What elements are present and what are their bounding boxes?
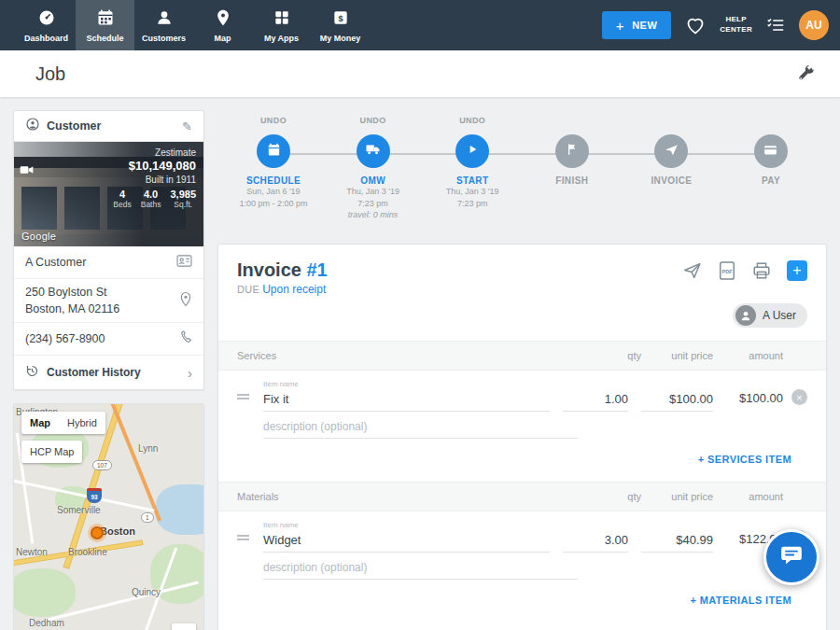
- finish-step-button[interactable]: [555, 134, 589, 168]
- camera-icon: [20, 162, 34, 179]
- invoice-number[interactable]: #1: [306, 259, 327, 280]
- edit-customer-icon[interactable]: ✎: [182, 119, 192, 133]
- qty-column-header: qty: [576, 491, 641, 502]
- service-unit-price-input[interactable]: [641, 390, 713, 412]
- start-step-button[interactable]: [455, 134, 489, 168]
- map-type-controls: Map Hybrid: [21, 412, 105, 434]
- flag-icon: [565, 142, 580, 161]
- service-item-row: Item name $100.00 ×: [218, 371, 826, 412]
- route-shield-1: 1: [141, 512, 154, 523]
- customer-address-row: 250 Boylston StBoston, MA 02116: [14, 279, 203, 323]
- contact-card-icon[interactable]: [176, 254, 192, 272]
- page-header: Job: [0, 50, 840, 97]
- new-button[interactable]: + NEW: [602, 11, 671, 39]
- map-button[interactable]: Map: [21, 412, 59, 434]
- help-line1: HELP: [725, 15, 747, 25]
- chat-button[interactable]: [763, 529, 819, 585]
- print-icon[interactable]: [751, 260, 772, 281]
- undo-omw-button[interactable]: UNDO: [360, 116, 386, 131]
- material-description-input[interactable]: [263, 559, 578, 580]
- drag-handle-icon[interactable]: [237, 533, 263, 553]
- nav-label: Schedule: [86, 34, 123, 43]
- nav-customers[interactable]: Customers: [134, 0, 193, 50]
- add-services-item-link[interactable]: + SERVICES ITEM: [218, 439, 826, 469]
- nav-my-money[interactable]: $ My Money: [311, 0, 370, 50]
- dashboard-icon: [37, 8, 56, 31]
- user-avatar[interactable]: AU: [799, 10, 829, 40]
- google-logo: Google: [21, 231, 56, 242]
- nav-map[interactable]: Map: [193, 0, 252, 50]
- paper-plane-icon: [664, 142, 679, 161]
- help-center-link[interactable]: HELP CENTER: [720, 15, 752, 35]
- zestimate-block: Zestimate $10,149,080 Built in 1911 4 Be…: [113, 147, 196, 209]
- amount-column-header: amount: [713, 350, 783, 361]
- phone-icon[interactable]: [178, 330, 192, 348]
- pay-step-button[interactable]: [754, 134, 788, 168]
- address-line2: Boston, MA 02116: [25, 302, 119, 315]
- add-invoice-button[interactable]: +: [787, 260, 807, 281]
- customer-card-title: Customer: [47, 119, 175, 133]
- customer-phone: (234) 567-8900: [25, 330, 178, 347]
- send-invoice-plane-icon[interactable]: [682, 260, 703, 281]
- pdf-icon[interactable]: PDF: [718, 260, 736, 281]
- services-header-row: Services qty unit price amount: [218, 341, 826, 371]
- assigned-user-name: A User: [763, 309, 796, 322]
- hybrid-button[interactable]: Hybrid: [59, 412, 105, 434]
- material-item-row: Item name $122.97 ×: [218, 511, 826, 553]
- send-invoice-icon[interactable]: [654, 134, 688, 168]
- unit-price-column-header: unit price: [641, 350, 713, 361]
- svg-text:PDF: PDF: [721, 268, 733, 273]
- map-canvas[interactable]: 93 107 1 Burlington Lynn Somerville Bost…: [14, 404, 203, 630]
- customer-phone-row: (234) 567-8900: [14, 323, 203, 356]
- stat-beds: 4 Beds: [113, 189, 131, 209]
- timeline-step-pay: PAY: [724, 116, 818, 221]
- material-qty-input[interactable]: [563, 531, 628, 553]
- material-unit-price-input[interactable]: [641, 531, 713, 553]
- customer-name-row: A Customer: [14, 246, 203, 279]
- referral-heart-icon[interactable]: [684, 14, 707, 36]
- map-card: 93 107 1 Burlington Lynn Somerville Bost…: [13, 403, 204, 630]
- add-materials-item-link[interactable]: + MATERIALS ITEM: [218, 580, 826, 609]
- customer-history-link[interactable]: Customer History ›: [14, 356, 203, 389]
- service-item-name-input[interactable]: [263, 390, 550, 412]
- nav-label: Dashboard: [24, 34, 68, 43]
- location-pin-icon[interactable]: [179, 291, 192, 311]
- play-icon: [465, 142, 480, 161]
- page-title: Job: [35, 63, 65, 85]
- schedule-step-button[interactable]: [257, 134, 290, 168]
- service-description-input[interactable]: [263, 418, 578, 439]
- due-terms-link[interactable]: Upon receipt: [262, 283, 326, 296]
- nav-dashboard[interactable]: Dashboard: [17, 0, 76, 50]
- undo-schedule-button[interactable]: UNDO: [260, 116, 287, 131]
- customer-card-header: Customer ✎: [14, 111, 203, 142]
- job-progress-timeline: UNDO SCHEDULE Sun, Jan 6 '19 1:00 pm - 2…: [217, 110, 827, 242]
- job-location-marker[interactable]: [91, 526, 104, 539]
- job-actions-wrench-icon[interactable]: [795, 63, 816, 84]
- nav-schedule[interactable]: Schedule: [76, 0, 134, 50]
- stat-sqft: 3,985 Sq.ft.: [170, 189, 196, 209]
- omw-step-button[interactable]: [357, 134, 390, 168]
- zestimate-value: $10,149,080: [113, 159, 196, 173]
- svg-text:$: $: [338, 13, 343, 22]
- assigned-user-chip[interactable]: A User: [733, 303, 807, 328]
- map-label: Somerville: [57, 505, 101, 515]
- undo-start-button[interactable]: UNDO: [459, 116, 485, 131]
- material-item-name-input[interactable]: [263, 531, 550, 553]
- chevron-right-icon: ›: [188, 365, 192, 381]
- nav-my-apps[interactable]: My Apps: [252, 0, 311, 50]
- map-label: Newton: [16, 547, 48, 557]
- service-qty-input[interactable]: [563, 390, 628, 412]
- map-label: Dedham: [29, 618, 64, 628]
- hcp-map-button[interactable]: HCP Map: [21, 441, 82, 463]
- materials-section-title: Materials: [237, 491, 576, 502]
- map-zoom-controls: + −: [172, 623, 196, 630]
- address-line1: 250 Boylston St: [25, 286, 107, 299]
- drag-handle-icon[interactable]: [237, 392, 263, 412]
- main-panel: UNDO SCHEDULE Sun, Jan 6 '19 1:00 pm - 2…: [217, 110, 827, 630]
- item-name-label: Item name: [263, 521, 550, 529]
- amount-column-header: amount: [713, 491, 783, 502]
- activity-list-icon[interactable]: [765, 15, 786, 35]
- property-photo: Zestimate $10,149,080 Built in 1911 4 Be…: [14, 142, 203, 246]
- zoom-in-button[interactable]: +: [172, 623, 196, 630]
- remove-service-item-icon[interactable]: ×: [791, 389, 807, 405]
